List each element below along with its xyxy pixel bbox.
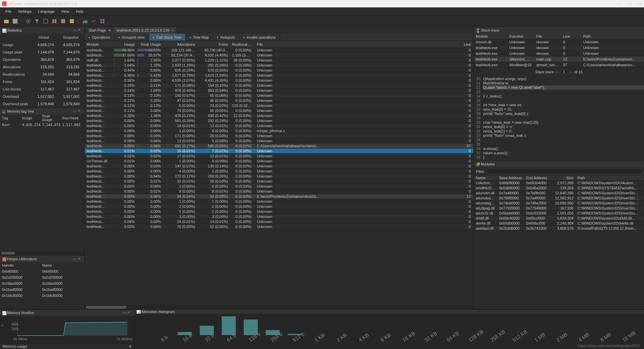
table-row[interactable]: testHeob...0.00%0.00%3 (0.00%)3 (0.00%)0… xyxy=(85,214,473,219)
module-row[interactable]: UIAutoma...0x660900000x663040002,572,288… xyxy=(474,181,644,186)
table-row[interactable]: testHeob...56.48%69.53%109,121 (49....40… xyxy=(85,48,473,53)
table-row[interactable]: testHeob...0.05%0.96%601 (0.27%)565 (0.5… xyxy=(85,144,473,149)
stack-row[interactable]: msvcrt.dllUnknownnknown0Unknown xyxy=(474,39,644,45)
heaps-row[interactable]: 0x1bad00000x1bad0000 xyxy=(0,286,84,293)
timeline-chart[interactable]: 4Mb 2Mb 0s 84ms 7s 656ms A xyxy=(0,316,134,343)
table-row[interactable]: UxTheme.dll0.01%0.00%1 (0.00%)0 (0.00%)0… xyxy=(85,159,473,164)
table-row[interactable]: testHeob...0.09%0.06%14 (0.01%)13 (0.01%… xyxy=(85,123,473,128)
chart2-icon[interactable] xyxy=(90,17,97,25)
table-row[interactable]: testHeob...0.00%0.94%272 (0.12%)269 (0.2… xyxy=(85,174,473,179)
view-tree-map[interactable]: ▪Tree Map xyxy=(186,34,213,41)
chart3-icon[interactable] xyxy=(99,17,106,25)
table-row[interactable]: testHeob...37.65%25.57%82,154 (37.4...4,… xyxy=(85,53,473,58)
table-row[interactable]: testHeob...0.38%5.42%1,677 (0.76%)1,619 … xyxy=(85,73,473,78)
pager-prev-icon[interactable]: ‹ xyxy=(556,70,558,74)
calltree-scrollbar[interactable] xyxy=(85,305,473,309)
filter-icon[interactable] xyxy=(33,17,41,25)
modules-filter-input[interactable] xyxy=(487,169,642,174)
heaps-row[interactable]: 0x1bbe00000x1bbe0000 xyxy=(0,280,84,286)
menu-language[interactable]: Language xyxy=(35,9,57,14)
maximize-button[interactable]: ▢ xyxy=(628,2,632,6)
minimize-button[interactable]: — xyxy=(617,2,621,6)
panel-undock-icon[interactable]: ▭ xyxy=(73,28,78,33)
grid3-icon[interactable] xyxy=(59,17,67,25)
table-row[interactable]: testHeob...0.00%0.01%9 (0.00%)8 (0.01%)0… xyxy=(85,189,473,194)
view-grouped-view[interactable]: ▪Grouped view xyxy=(114,34,149,41)
table-row[interactable]: testHeob...0.00%0.00%2 (0.00%)2 (0.00%)0… xyxy=(85,204,473,209)
table-row[interactable]: testHeob...0.00%0.01%32 (0.01%)28 (0.03%… xyxy=(85,179,473,184)
menu-file[interactable]: File xyxy=(3,9,14,14)
document-tab[interactable]: testHeob.2021.6.22.18.23.8.116✕ xyxy=(114,27,177,34)
table-row[interactable]: testHeob...0.01%0.02%16 (0.01%)7 (0.01%)… xyxy=(85,149,473,154)
table-row[interactable]: testHeob...0.11%0.08%73 (0.03%)55 (0.05%… xyxy=(85,108,473,113)
menu-view[interactable]: View xyxy=(58,9,72,14)
table-row[interactable]: testHeob...0.12%0.20%47 (0.02%)46 (0.05%… xyxy=(85,98,473,103)
stack-row[interactable]: testHeob.exeqMain(int, ...main.cpp12E:/w… xyxy=(474,56,644,62)
grid1-icon[interactable] xyxy=(42,17,49,25)
menu-help[interactable]: Help xyxy=(73,9,86,14)
table-row[interactable]: testHeob...0.04%0.03%24 (0.01%)14 (0.01%… xyxy=(85,219,473,224)
table-row[interactable]: testHeob...0.08%0.04%13 (0.01%)5 (0.00%)… xyxy=(85,139,473,144)
chevron-down-icon[interactable]: ▾ xyxy=(129,344,131,349)
module-row[interactable]: d3d9.dll0x65b400000x65ccf0001,634,304C:\… xyxy=(474,216,644,221)
panel-undock-icon[interactable]: ▭ xyxy=(73,257,78,261)
panel-close-icon[interactable]: ✕ xyxy=(78,257,82,261)
table-row[interactable]: testHeob...0.01%0.02%17 (0.01%)13 (0.01%… xyxy=(85,154,473,159)
panel-undock-icon[interactable]: ▭ xyxy=(73,109,78,114)
tagtree-row[interactable]: Root4,826,2747,144,0791,517,002 xyxy=(0,121,84,128)
module-row[interactable]: dwrite.dll0x65db00000x65fbc0002,146,304C… xyxy=(474,221,644,226)
panel-close-icon[interactable]: ✕ xyxy=(78,109,82,114)
table-row[interactable]: testHeob...0.09%0.09%561 (0.26%)292 (0.2… xyxy=(85,118,473,123)
heaps-row[interactable]: 0x2d2000000x2d200000 xyxy=(0,274,84,280)
table-row[interactable]: testHeob...1.64%1.18%2,832 (1.29%)291 (0… xyxy=(85,63,473,68)
table-row[interactable]: ntdll.dll1.64%2.56%2,077 (0.95%)1,229 (1… xyxy=(85,58,473,63)
table-row[interactable]: testHeob...0.08%0.09%171 (0.08%)28 (0.03… xyxy=(85,133,473,139)
module-row[interactable]: aticfx32.dll0x5beb00000x5c0320001,581,05… xyxy=(474,211,644,216)
table-row[interactable]: testHeob...0.00%0.03%147 (0.07%)139 (0.1… xyxy=(85,164,473,169)
target-icon[interactable] xyxy=(25,17,32,25)
module-row[interactable]: qwebpd.dll0x2b3d00000x2b7410003,608,576D… xyxy=(474,226,644,231)
heaps-row[interactable]: 0x1bb300000x1bb30000 xyxy=(0,293,84,299)
view-operations[interactable]: ▪Operations xyxy=(85,34,114,41)
table-row[interactable]: testHeob...0.00%0.00%4 (0.00%)1 (0.00%)0… xyxy=(85,169,473,174)
tagtree-scrollbar[interactable] xyxy=(0,251,84,255)
tab-close-icon[interactable]: ✕ xyxy=(108,29,111,32)
table-row[interactable]: testHeob...0.13%0.10%150 (0.07%)65 (0.06… xyxy=(85,93,473,98)
table-row[interactable]: testHeob...0.03%0.04%70 (0.03%)52 (0.05%… xyxy=(85,224,473,229)
document-tab[interactable]: Start Page✕ xyxy=(86,27,114,34)
heaps-row[interactable]: 0xb800000xb80000 xyxy=(0,268,84,274)
stack-row[interactable]: testHeob.exeWinMain@16qtmain_win.cpp97C:… xyxy=(474,62,644,68)
grid4-icon[interactable] xyxy=(68,17,76,25)
table-row[interactable]: testHeob...0.11%0.13%0 (0.00%)23 (0.02%)… xyxy=(85,103,473,108)
grid2-icon[interactable] xyxy=(51,17,58,25)
module-row[interactable]: atiumdag.dll0x78eb00000x798e200010,690,5… xyxy=(474,201,644,206)
table-row[interactable]: testHeob...0.08%0.06%1 (0.00%)0 (0.00%)0… xyxy=(85,128,473,133)
table-row[interactable]: testHeob...0.14%1.04%976 (0.45%)953 (0.9… xyxy=(85,88,473,93)
panel-close-icon[interactable]: ✕ xyxy=(127,310,132,315)
table-row[interactable]: testHeob...0.44%0.65%626 (0.29%)570 (0.5… xyxy=(85,68,473,73)
panel-undock-icon[interactable]: ▭ xyxy=(123,310,127,315)
chart1-icon[interactable] xyxy=(81,17,89,25)
open-icon[interactable] xyxy=(3,17,10,25)
module-row[interactable]: atiumdvt.dll0x7a4f00000x7b0fe00012,640,2… xyxy=(474,191,644,196)
pager-next-icon[interactable]: › xyxy=(570,70,572,74)
panel-close-icon[interactable]: ✕ xyxy=(78,28,82,33)
table-row[interactable]: testHeob...0.00%0.00%1 (0.00%)1 (0.00%)0… xyxy=(85,209,473,214)
stack-row[interactable]: testHeob.exeUnknownnknown0Unknown xyxy=(474,51,644,56)
histogram-chart[interactable]: 8 b16 b32 b64 b128 b256 b512 b1 KB2 KB4 … xyxy=(134,314,644,349)
view-invalid-operations[interactable]: ▪Invalid operations xyxy=(239,34,280,41)
module-row[interactable]: atiumdva.dll0x798f00000x7a4f000012,582,9… xyxy=(474,196,644,201)
close-button[interactable]: ✕ xyxy=(639,2,642,6)
stack-row[interactable]: testHeob.exeUnknownnknown0Unknown xyxy=(474,45,644,51)
save-icon[interactable] xyxy=(11,17,19,25)
table-row[interactable]: testHeob...0.15%0.11%171 (0.08%)154 (0.1… xyxy=(85,83,473,88)
menu-settings[interactable]: Settings xyxy=(15,9,34,14)
view-call-stack-tree[interactable]: ▪Call Stack Tree xyxy=(149,34,186,41)
table-row[interactable]: testHeob...0.10%1.36%478 (0.22%)430 (0.4… xyxy=(85,113,473,118)
table-row[interactable]: testHeob...0.00%0.00%1 (0.00%)1 (0.00%)0… xyxy=(85,199,473,204)
table-row[interactable]: testHeob...0.16%0.80%4,535 (2.07%)4,431 … xyxy=(85,78,473,83)
table-row[interactable]: testHeob...0.00%0.00%2 (0.00%)0 (0.00%)9… xyxy=(85,184,473,189)
module-row[interactable]: amdihk32...0x5d6800000x5d6a2000139,264C:… xyxy=(474,186,644,191)
module-row[interactable]: atiu9pag.dll0x779200000x77949000167,936C… xyxy=(474,206,644,211)
tab-close-icon[interactable]: ✕ xyxy=(171,29,174,32)
